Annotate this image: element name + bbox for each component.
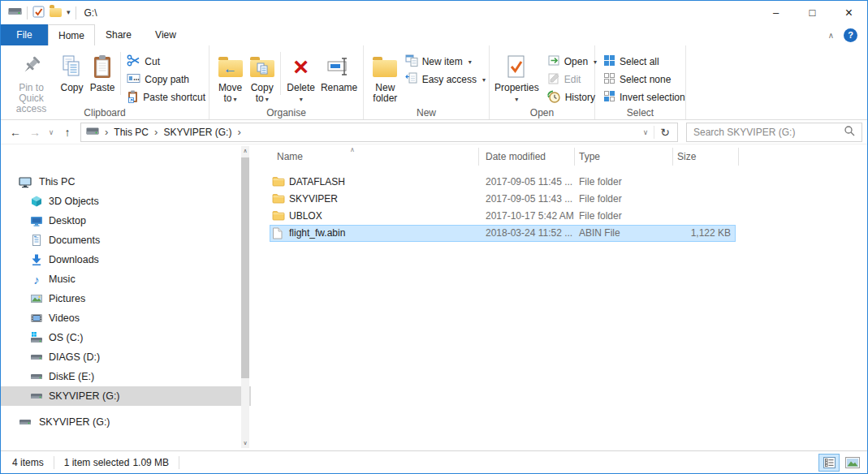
paste-button[interactable]: Paste	[87, 49, 119, 93]
sidebar-item-music[interactable]: ♪ Music	[1, 269, 251, 289]
column-header-size[interactable]: Size	[677, 151, 696, 162]
scrollbar-thumb[interactable]	[241, 157, 249, 378]
column-divider[interactable]	[574, 148, 575, 166]
open-button[interactable]: Open ▾	[547, 54, 597, 69]
refresh-icon[interactable]: ↻	[654, 126, 676, 139]
column-header-date-modified[interactable]: Date modified	[486, 151, 546, 162]
help-icon[interactable]: ?	[844, 28, 857, 42]
file-row-dataflash[interactable]: DATAFLASH 2017-09-05 11:45 ... File fold…	[253, 174, 867, 191]
search-placeholder: Search SKYVIPER (G:)	[693, 127, 795, 138]
ribbon-group-clipboard: Pin to Quick access Copy Paste	[1, 45, 209, 119]
copy-button[interactable]: Copy	[57, 49, 87, 93]
properties-quick-icon[interactable]	[32, 6, 45, 20]
divider	[120, 52, 121, 95]
group-label-select: Select	[595, 107, 685, 118]
rename-button[interactable]: Rename	[318, 49, 360, 93]
column-header-type[interactable]: Type	[579, 151, 600, 162]
history-button[interactable]: History	[547, 90, 597, 105]
sidebar-item-skyviper-g[interactable]: SKYVIPER (G:)	[1, 386, 251, 406]
ribbon-group-select: Select all Select none Invert selection …	[595, 45, 686, 119]
sidebar-scrollbar[interactable]: ∧ ∨	[241, 146, 249, 448]
delete-icon: ×	[293, 54, 309, 79]
file-type: File folder	[579, 193, 622, 205]
maximize-button[interactable]: □	[794, 1, 831, 24]
new-folder-icon	[373, 52, 397, 81]
copy-icon	[60, 52, 83, 81]
thumbnail-view-button[interactable]	[842, 454, 863, 472]
sidebar-item-this-pc[interactable]: This PC	[1, 172, 251, 192]
sidebar-item-os-c[interactable]: OS (C:)	[1, 328, 251, 347]
sidebar-item-documents[interactable]: Documents	[1, 231, 251, 250]
move-to-button[interactable]: ← Move to▾	[214, 49, 246, 105]
tab-view[interactable]: View	[142, 24, 189, 45]
delete-button[interactable]: × Delete▾	[283, 49, 318, 105]
breadcrumb-this-pc[interactable]: This PC	[114, 127, 149, 138]
properties-button[interactable]: Properties▾	[494, 49, 539, 105]
ribbon-group-new: New folder New item ▾ Easy access ▾	[364, 45, 490, 119]
scroll-up-icon[interactable]: ∧	[241, 146, 249, 156]
easy-access-button[interactable]: Easy access ▾	[405, 72, 486, 87]
file-name: DATAFLASH	[289, 176, 345, 187]
sidebar-item-pictures[interactable]: Pictures	[1, 289, 251, 308]
new-folder-button[interactable]: New folder	[369, 49, 402, 104]
copy-to-button[interactable]: Copy to▾	[246, 49, 278, 105]
breadcrumb-sep-icon: ›	[237, 126, 240, 138]
dropdown-caret-icon: ▾	[469, 58, 472, 66]
breadcrumb-skyviper[interactable]: SKYVIPER (G:)	[163, 127, 231, 138]
new-folder-quick-icon[interactable]	[50, 6, 62, 19]
search-input[interactable]: Search SKYVIPER (G:)	[686, 123, 862, 142]
sidebar-item-downloads[interactable]: Downloads	[1, 250, 251, 269]
move-to-icon: ←	[218, 52, 243, 81]
collapse-ribbon-icon[interactable]: ∧	[828, 31, 834, 40]
copy-path-button[interactable]: Copy path	[127, 72, 205, 87]
file-name: flight_fw.abin	[289, 227, 345, 239]
file-row-flight-fw-selected[interactable]: flight_fw.abin 2018-03-24 11:52 ... ABIN…	[253, 225, 867, 242]
details-view-button[interactable]	[818, 454, 840, 472]
select-none-button[interactable]: Select none	[603, 72, 685, 87]
new-item-button[interactable]: New item ▾	[405, 54, 486, 69]
select-all-button[interactable]: Select all	[603, 54, 685, 69]
address-input[interactable]: › This PC › SKYVIPER (G:) › ∨ ↻	[80, 123, 678, 142]
file-row-skyviper[interactable]: SKYVIPER 2017-09-05 11:43 ... File folde…	[253, 191, 867, 208]
sidebar-item-diags-d[interactable]: DIAGS (D:)	[1, 347, 251, 367]
toolbar-dropdown-icon[interactable]: ▾	[67, 9, 71, 16]
close-button[interactable]: ×	[831, 1, 867, 24]
sidebar-item-skyviper-g-root[interactable]: SKYVIPER (G:)	[1, 412, 251, 432]
column-divider[interactable]	[478, 148, 479, 166]
address-dropdown-icon[interactable]: ∨	[637, 128, 654, 136]
dropdown-caret-icon: ▾	[287, 94, 315, 105]
up-icon[interactable]: ↑	[58, 126, 77, 139]
tab-file[interactable]: File	[1, 24, 48, 45]
dropdown-caret-icon: ▾	[494, 94, 539, 105]
file-row-ublox[interactable]: UBLOX 2017-10-17 5:42 AM File folder	[253, 208, 867, 225]
main-area: This PC 3D Objects Desktop Documents Dow…	[1, 144, 867, 450]
paste-shortcut-button[interactable]: Paste shortcut	[127, 90, 205, 105]
column-divider[interactable]	[672, 148, 673, 166]
sidebar-item-videos[interactable]: Videos	[1, 308, 251, 328]
column-header-name[interactable]: Name	[277, 151, 303, 162]
tab-share[interactable]: Share	[95, 24, 142, 45]
minimize-button[interactable]: –	[758, 1, 794, 24]
forward-icon[interactable]: →	[25, 126, 45, 139]
rename-icon	[327, 52, 352, 81]
search-icon[interactable]	[844, 125, 855, 139]
sidebar-item-label: Videos	[49, 312, 80, 324]
scroll-down-icon[interactable]: ∨	[241, 438, 249, 448]
recent-locations-icon[interactable]: ∨	[45, 128, 58, 136]
tab-home[interactable]: Home	[48, 24, 95, 45]
column-divider[interactable]	[738, 148, 739, 166]
invert-selection-button[interactable]: Invert selection	[603, 90, 685, 105]
select-none-icon	[603, 72, 615, 87]
sidebar-item-diske-e[interactable]: DiskE (E:)	[1, 367, 251, 386]
sidebar-item-label: Music	[49, 274, 76, 285]
cut-button[interactable]: Cut	[127, 54, 205, 69]
folder-icon	[272, 210, 285, 223]
back-icon[interactable]: ←	[6, 126, 25, 139]
ribbon-group-organise: ← Move to▾ Copy to▾ × Delete▾ Rename	[209, 45, 364, 119]
address-bar: ← → ∨ ↑ › This PC › SKYVIPER (G:) › ∨ ↻ …	[1, 120, 867, 144]
pin-to-quick-access-button[interactable]: Pin to Quick access	[6, 49, 57, 114]
sidebar-item-3d-objects[interactable]: 3D Objects	[1, 192, 251, 211]
divider	[280, 52, 281, 95]
edit-button[interactable]: Edit	[547, 72, 597, 87]
sidebar-item-desktop[interactable]: Desktop	[1, 211, 251, 231]
